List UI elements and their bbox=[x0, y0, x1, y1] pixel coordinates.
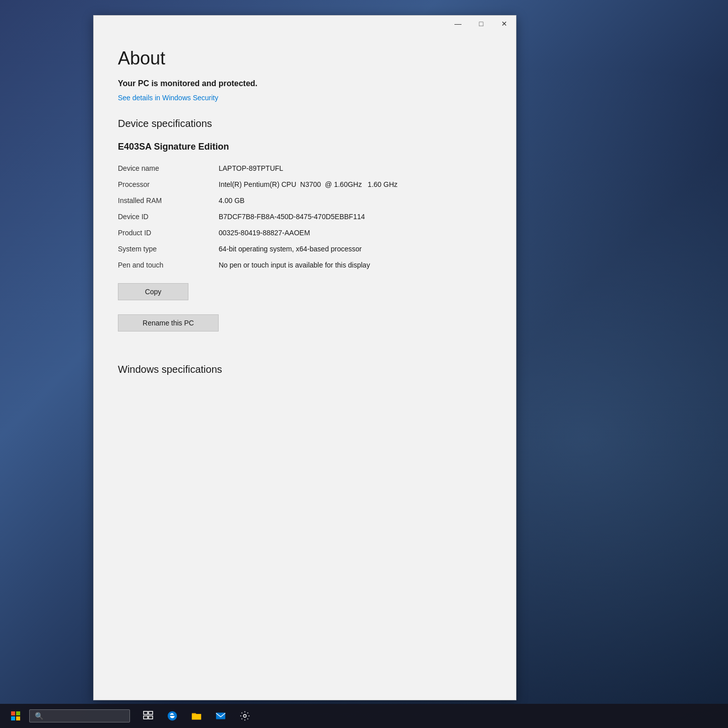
spec-label-system-type: System type bbox=[118, 245, 219, 253]
device-specs-heading: Device specifications bbox=[118, 118, 492, 129]
spec-table: Device name LAPTOP-89TPTUFL Processor In… bbox=[118, 160, 492, 273]
spec-value-product-id: 00325-80419-88827-AAOEM bbox=[219, 229, 492, 237]
spec-value-device-name: LAPTOP-89TPTUFL bbox=[219, 164, 492, 172]
rename-pc-button[interactable]: Rename this PC bbox=[118, 314, 219, 332]
start-button[interactable] bbox=[4, 704, 27, 728]
window-titlebar: — □ ✕ bbox=[94, 16, 516, 32]
svg-rect-8 bbox=[216, 713, 225, 719]
spec-label-device-id: Device ID bbox=[118, 213, 219, 221]
svg-rect-1 bbox=[16, 711, 20, 715]
spec-label-pen-touch: Pen and touch bbox=[118, 261, 219, 269]
taskbar: 🔍 bbox=[0, 704, 728, 728]
mail-icon[interactable] bbox=[213, 708, 229, 724]
search-icon: 🔍 bbox=[35, 712, 43, 720]
svg-rect-3 bbox=[16, 716, 20, 720]
close-button[interactable]: ✕ bbox=[493, 16, 516, 32]
spec-value-device-id: B7DCF7B8-FB8A-450D-8475-470D5EBBF114 bbox=[219, 213, 492, 221]
device-model: E403SA Signature Edition bbox=[118, 142, 492, 152]
spec-row-processor: Processor Intel(R) Pentium(R) CPU N3700 … bbox=[118, 176, 492, 192]
svg-rect-7 bbox=[149, 716, 153, 719]
spec-row-ram: Installed RAM 4.00 GB bbox=[118, 192, 492, 209]
taskbar-app-icons bbox=[140, 708, 253, 724]
spec-label-processor: Processor bbox=[118, 180, 219, 188]
svg-point-9 bbox=[243, 714, 246, 717]
settings-icon[interactable] bbox=[237, 708, 253, 724]
protection-status: Your PC is monitored and protected. bbox=[118, 79, 492, 88]
spec-value-processor: Intel(R) Pentium(R) CPU N3700 @ 1.60GHz … bbox=[219, 180, 492, 188]
minimize-button[interactable]: — bbox=[446, 16, 470, 32]
spec-row-pen-touch: Pen and touch No pen or touch input is a… bbox=[118, 257, 492, 273]
windows-specs-heading: Windows specifications bbox=[118, 364, 492, 375]
copy-button[interactable]: Copy bbox=[118, 283, 188, 300]
svg-rect-6 bbox=[144, 716, 148, 719]
spec-row-device-name: Device name LAPTOP-89TPTUFL bbox=[118, 160, 492, 176]
spec-label-product-id: Product ID bbox=[118, 229, 219, 237]
taskbar-search-box[interactable]: 🔍 bbox=[29, 709, 130, 722]
page-title: About bbox=[118, 48, 492, 69]
task-view-icon[interactable] bbox=[140, 708, 156, 724]
windows-security-link[interactable]: See details in Windows Security bbox=[118, 94, 218, 102]
spec-value-ram: 4.00 GB bbox=[219, 196, 492, 205]
spec-value-pen-touch: No pen or touch input is available for t… bbox=[219, 261, 492, 269]
spec-label-device-name: Device name bbox=[118, 164, 219, 172]
spec-label-ram: Installed RAM bbox=[118, 196, 219, 205]
spec-row-device-id: Device ID B7DCF7B8-FB8A-450D-8475-470D5E… bbox=[118, 209, 492, 225]
file-explorer-icon[interactable] bbox=[188, 708, 205, 724]
windows-logo-icon bbox=[11, 711, 20, 720]
maximize-button[interactable]: □ bbox=[470, 16, 493, 32]
window-content: About Your PC is monitored and protected… bbox=[94, 32, 516, 700]
spec-row-system-type: System type 64-bit operating system, x64… bbox=[118, 241, 492, 257]
spec-value-system-type: 64-bit operating system, x64-based proce… bbox=[219, 245, 492, 253]
svg-rect-0 bbox=[11, 711, 15, 715]
edge-icon[interactable] bbox=[164, 708, 180, 724]
settings-window: — □ ✕ About Your PC is monitored and pro… bbox=[93, 15, 516, 700]
svg-rect-5 bbox=[149, 711, 153, 714]
spec-row-product-id: Product ID 00325-80419-88827-AAOEM bbox=[118, 225, 492, 241]
svg-rect-4 bbox=[144, 711, 148, 714]
svg-rect-2 bbox=[11, 716, 15, 720]
